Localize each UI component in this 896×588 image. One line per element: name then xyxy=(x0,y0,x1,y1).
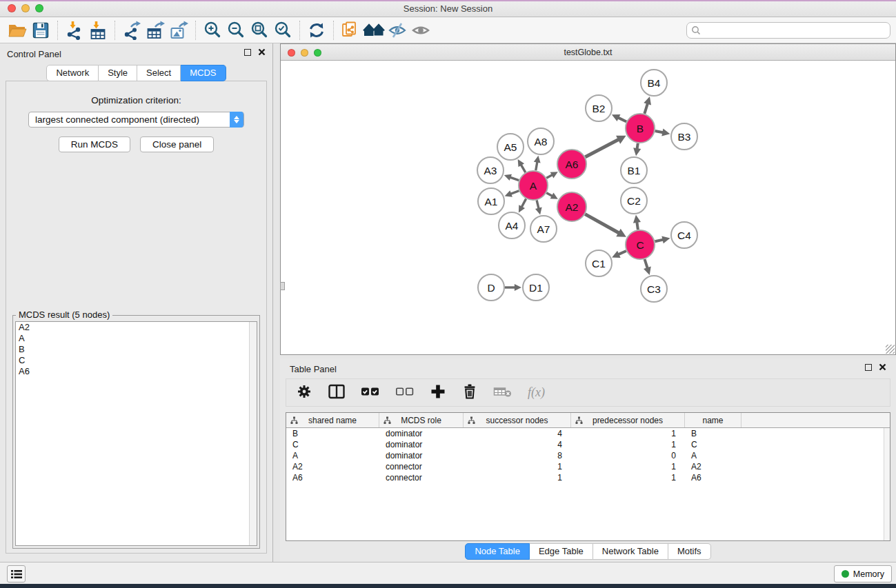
split-panel-icon[interactable] xyxy=(328,383,346,403)
import-table-icon[interactable] xyxy=(86,19,110,41)
graph-node-C2[interactable]: C2 xyxy=(621,187,647,214)
export-image-icon[interactable] xyxy=(167,19,190,41)
tab-node-table[interactable]: Node Table xyxy=(465,543,530,560)
table-row[interactable]: A6connector11A6 xyxy=(286,472,890,483)
task-history-button[interactable] xyxy=(7,565,26,582)
graph-node-B3[interactable]: B3 xyxy=(671,123,697,150)
export-network-icon[interactable] xyxy=(120,19,143,41)
hide-eye-icon[interactable] xyxy=(386,19,409,41)
window-resize-grip[interactable] xyxy=(886,345,895,354)
float-panel-icon[interactable] xyxy=(244,49,251,56)
close-panel-icon[interactable] xyxy=(258,48,266,56)
delete-column-icon[interactable] xyxy=(461,383,478,403)
graph-node-A[interactable]: A xyxy=(519,171,548,200)
export-table-icon[interactable] xyxy=(143,19,167,41)
graph-node-C1[interactable]: C1 xyxy=(586,250,612,276)
close-panel-button[interactable]: Close panel xyxy=(140,136,214,152)
result-list-scrollbar[interactable] xyxy=(249,322,257,545)
table-row[interactable]: Adominator80A xyxy=(286,450,890,461)
column-header-name[interactable]: name xyxy=(685,413,741,427)
deselect-all-icon[interactable] xyxy=(395,385,415,401)
table-row[interactable]: Cdominator41C xyxy=(286,439,890,450)
graph-node-B1[interactable]: B1 xyxy=(621,157,647,183)
gear-icon[interactable] xyxy=(296,383,312,403)
graph-node-A8[interactable]: A8 xyxy=(528,128,554,154)
graph-edge-B-B2[interactable] xyxy=(618,118,626,122)
result-list-item[interactable]: C xyxy=(16,355,257,366)
zoom-fit-icon[interactable] xyxy=(248,19,271,41)
save-session-icon[interactable] xyxy=(29,19,52,41)
table-scrollbar[interactable] xyxy=(884,428,890,540)
result-list-item[interactable]: A6 xyxy=(16,366,257,377)
column-header-MCDS-role[interactable]: MCDS role xyxy=(379,413,464,427)
tab-style[interactable]: Style xyxy=(99,65,137,81)
tab-mcds[interactable]: MCDS xyxy=(181,65,226,81)
graph-edge-A-A7[interactable] xyxy=(537,200,539,208)
table-row[interactable]: Bdominator41B xyxy=(286,428,890,439)
graph-node-A4[interactable]: A4 xyxy=(499,212,525,239)
open-file-icon[interactable] xyxy=(6,19,29,41)
graph-edge-A-A2[interactable] xyxy=(546,193,552,196)
graph-edge-A-A3[interactable] xyxy=(510,177,519,181)
graph-edge-B-B1[interactable] xyxy=(637,143,638,149)
result-list-item[interactable]: B xyxy=(16,344,257,355)
add-column-icon[interactable] xyxy=(430,383,446,403)
zoom-in-icon[interactable] xyxy=(201,19,224,41)
graph-edge-C-C1[interactable] xyxy=(618,251,626,254)
graph-node-D[interactable]: D xyxy=(478,274,504,301)
tab-motifs[interactable]: Motifs xyxy=(668,543,711,560)
new-network-from-selection-icon[interactable] xyxy=(339,19,362,41)
tab-select[interactable]: Select xyxy=(137,65,181,81)
import-network-icon[interactable] xyxy=(63,19,86,41)
result-list-item[interactable]: A xyxy=(16,333,257,344)
select-all-icon[interactable] xyxy=(361,385,380,401)
graph-node-B4[interactable]: B4 xyxy=(641,70,667,96)
tab-network[interactable]: Network xyxy=(46,65,99,81)
graph-edge-A-A5[interactable] xyxy=(521,165,526,172)
close-table-panel-icon[interactable] xyxy=(879,363,886,371)
graph-node-A1[interactable]: A1 xyxy=(478,188,504,214)
home-networks-icon[interactable] xyxy=(362,19,386,41)
graph-edge-A-A1[interactable] xyxy=(510,191,519,194)
graph-edge-A-A8[interactable] xyxy=(536,162,537,171)
graph-node-D1[interactable]: D1 xyxy=(523,274,549,301)
graph-node-A7[interactable]: A7 xyxy=(530,216,557,242)
window-edge-handle[interactable] xyxy=(280,282,285,290)
graph-node-B[interactable]: B xyxy=(626,114,655,143)
float-table-panel-icon[interactable] xyxy=(865,364,872,371)
zoom-out-icon[interactable] xyxy=(224,19,248,41)
tab-edge-table[interactable]: Edge Table xyxy=(530,543,593,560)
network-canvas[interactable]: B4B2BB3A5A8A6B1A3AC2A1A2A4A7C4CC1DD1C3 xyxy=(281,61,895,354)
column-header-predecessor-nodes[interactable]: predecessor nodes xyxy=(571,413,685,427)
memory-button[interactable]: Memory xyxy=(834,565,892,582)
graph-node-C[interactable]: C xyxy=(626,230,655,259)
criterion-select[interactable]: largest connected component (directed) xyxy=(28,112,244,128)
result-list-item[interactable]: A2 xyxy=(16,322,257,333)
graph-node-A2[interactable]: A2 xyxy=(557,192,586,221)
graph-edge-C-C2[interactable] xyxy=(637,222,638,230)
graph-node-A5[interactable]: A5 xyxy=(497,134,524,160)
graph-node-A3[interactable]: A3 xyxy=(477,157,504,183)
column-header-shared-name[interactable]: shared name xyxy=(286,413,379,427)
show-eye-icon[interactable] xyxy=(409,19,432,41)
search-input[interactable] xyxy=(686,22,890,39)
graph-edge-A-A6[interactable] xyxy=(546,175,552,179)
table-row[interactable]: A2connector11A2 xyxy=(286,461,890,472)
refresh-icon[interactable] xyxy=(305,19,328,41)
graph-edge-B-B4[interactable] xyxy=(644,103,648,114)
run-mcds-button[interactable]: Run MCDS xyxy=(59,136,130,152)
graph-node-C3[interactable]: C3 xyxy=(641,276,667,302)
graph-edge-A-A4[interactable] xyxy=(521,199,526,207)
graph-node-C4[interactable]: C4 xyxy=(671,222,697,248)
graph-edge-B-B3[interactable] xyxy=(655,131,664,132)
graph-edge-C-C3[interactable] xyxy=(645,259,648,268)
graph-edge-A6-B[interactable] xyxy=(585,139,619,156)
column-header-successor-nodes[interactable]: successor nodes xyxy=(464,413,571,427)
network-window-titlebar[interactable]: testGlobe.txt xyxy=(281,44,895,61)
graph-edge-C-C4[interactable] xyxy=(655,240,663,242)
graph-edge-A2-C[interactable] xyxy=(585,214,619,233)
graph-node-B2[interactable]: B2 xyxy=(586,95,612,121)
zoom-selected-icon[interactable] xyxy=(271,19,295,41)
graph-node-A6[interactable]: A6 xyxy=(557,150,586,179)
tab-network-table[interactable]: Network Table xyxy=(593,543,668,560)
